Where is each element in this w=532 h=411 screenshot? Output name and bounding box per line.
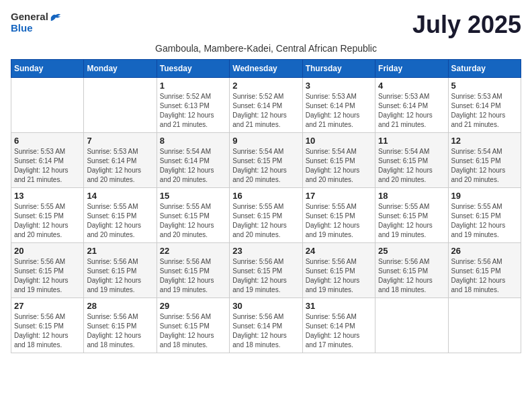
day-info: Sunrise: 5:54 AM Sunset: 6:15 PM Dayligh… (232, 147, 299, 185)
calendar-cell (448, 298, 521, 353)
calendar-cell (375, 298, 448, 353)
day-info: Sunrise: 5:55 AM Sunset: 6:15 PM Dayligh… (87, 202, 153, 240)
calendar-cell: 9Sunrise: 5:54 AM Sunset: 6:15 PM Daylig… (230, 133, 302, 188)
day-info: Sunrise: 5:56 AM Sunset: 6:14 PM Dayligh… (306, 312, 372, 350)
day-number: 2 (232, 81, 299, 91)
calendar-cell: 1Sunrise: 5:52 AM Sunset: 6:13 PM Daylig… (157, 78, 229, 133)
day-info: Sunrise: 5:54 AM Sunset: 6:15 PM Dayligh… (306, 147, 372, 185)
day-info: Sunrise: 5:56 AM Sunset: 6:15 PM Dayligh… (451, 257, 518, 295)
calendar-cell: 29Sunrise: 5:56 AM Sunset: 6:15 PM Dayli… (157, 298, 229, 353)
calendar-cell: 11Sunrise: 5:54 AM Sunset: 6:15 PM Dayli… (375, 133, 448, 188)
day-info: Sunrise: 5:55 AM Sunset: 6:15 PM Dayligh… (14, 202, 81, 240)
day-info: Sunrise: 5:55 AM Sunset: 6:15 PM Dayligh… (306, 202, 372, 240)
day-of-week-header: Thursday (302, 60, 375, 78)
day-number: 10 (306, 136, 372, 146)
calendar-cell: 24Sunrise: 5:56 AM Sunset: 6:15 PM Dayli… (302, 243, 375, 298)
month-title: July 2025 (412, 11, 521, 39)
calendar-cell: 21Sunrise: 5:56 AM Sunset: 6:15 PM Dayli… (84, 243, 157, 298)
calendar-cell (11, 78, 84, 133)
day-number: 15 (160, 191, 226, 201)
calendar-cell: 7Sunrise: 5:53 AM Sunset: 6:14 PM Daylig… (84, 133, 157, 188)
day-number: 14 (87, 191, 153, 201)
calendar-cell: 31Sunrise: 5:56 AM Sunset: 6:14 PM Dayli… (302, 298, 375, 353)
logo: General Blue (11, 11, 62, 34)
day-number: 18 (378, 191, 445, 201)
day-of-week-header: Saturday (448, 60, 521, 78)
calendar-cell: 25Sunrise: 5:56 AM Sunset: 6:15 PM Dayli… (375, 243, 448, 298)
calendar-cell: 2Sunrise: 5:52 AM Sunset: 6:14 PM Daylig… (230, 78, 302, 133)
day-info: Sunrise: 5:52 AM Sunset: 6:13 PM Dayligh… (160, 92, 226, 130)
day-number: 28 (87, 301, 153, 311)
day-number: 7 (87, 136, 153, 146)
day-info: Sunrise: 5:56 AM Sunset: 6:15 PM Dayligh… (160, 312, 226, 350)
day-info: Sunrise: 5:52 AM Sunset: 6:14 PM Dayligh… (232, 92, 299, 130)
calendar-cell: 18Sunrise: 5:55 AM Sunset: 6:15 PM Dayli… (375, 188, 448, 243)
day-info: Sunrise: 5:56 AM Sunset: 6:15 PM Dayligh… (14, 312, 81, 350)
day-info: Sunrise: 5:53 AM Sunset: 6:14 PM Dayligh… (14, 147, 81, 185)
day-number: 3 (306, 81, 372, 91)
day-number: 5 (451, 81, 518, 91)
day-number: 24 (306, 246, 372, 256)
calendar-cell: 17Sunrise: 5:55 AM Sunset: 6:15 PM Dayli… (302, 188, 375, 243)
day-of-week-header: Tuesday (157, 60, 229, 78)
day-info: Sunrise: 5:56 AM Sunset: 6:15 PM Dayligh… (14, 257, 81, 295)
day-info: Sunrise: 5:56 AM Sunset: 6:15 PM Dayligh… (232, 257, 299, 295)
calendar-cell: 22Sunrise: 5:56 AM Sunset: 6:15 PM Dayli… (157, 243, 229, 298)
day-info: Sunrise: 5:53 AM Sunset: 6:14 PM Dayligh… (451, 92, 518, 130)
calendar-cell: 14Sunrise: 5:55 AM Sunset: 6:15 PM Dayli… (84, 188, 157, 243)
calendar-cell: 5Sunrise: 5:53 AM Sunset: 6:14 PM Daylig… (448, 78, 521, 133)
calendar-cell: 4Sunrise: 5:53 AM Sunset: 6:14 PM Daylig… (375, 78, 448, 133)
calendar-cell (84, 78, 157, 133)
day-info: Sunrise: 5:54 AM Sunset: 6:14 PM Dayligh… (160, 147, 226, 185)
day-number: 4 (378, 81, 445, 91)
calendar-cell: 8Sunrise: 5:54 AM Sunset: 6:14 PM Daylig… (157, 133, 229, 188)
day-info: Sunrise: 5:56 AM Sunset: 6:15 PM Dayligh… (87, 257, 153, 295)
calendar-cell: 13Sunrise: 5:55 AM Sunset: 6:15 PM Dayli… (11, 188, 84, 243)
calendar-subtitle: Gamboula, Mambere-Kadei, Central African… (11, 43, 521, 54)
day-number: 29 (160, 301, 226, 311)
day-info: Sunrise: 5:53 AM Sunset: 6:14 PM Dayligh… (306, 92, 372, 130)
calendar-cell: 10Sunrise: 5:54 AM Sunset: 6:15 PM Dayli… (302, 133, 375, 188)
day-info: Sunrise: 5:56 AM Sunset: 6:15 PM Dayligh… (378, 257, 445, 295)
day-of-week-header: Friday (375, 60, 448, 78)
day-info: Sunrise: 5:56 AM Sunset: 6:15 PM Dayligh… (306, 257, 372, 295)
day-info: Sunrise: 5:55 AM Sunset: 6:15 PM Dayligh… (232, 202, 299, 240)
calendar-cell: 27Sunrise: 5:56 AM Sunset: 6:15 PM Dayli… (11, 298, 84, 353)
calendar-cell: 15Sunrise: 5:55 AM Sunset: 6:15 PM Dayli… (157, 188, 229, 243)
day-number: 23 (232, 246, 299, 256)
day-of-week-header: Monday (84, 60, 157, 78)
calendar-cell: 28Sunrise: 5:56 AM Sunset: 6:15 PM Dayli… (84, 298, 157, 353)
calendar-table: SundayMondayTuesdayWednesdayThursdayFrid… (11, 59, 521, 353)
calendar-cell: 30Sunrise: 5:56 AM Sunset: 6:14 PM Dayli… (230, 298, 302, 353)
day-info: Sunrise: 5:55 AM Sunset: 6:15 PM Dayligh… (451, 202, 518, 240)
day-number: 19 (451, 191, 518, 201)
day-number: 30 (232, 301, 299, 311)
day-info: Sunrise: 5:56 AM Sunset: 6:15 PM Dayligh… (87, 312, 153, 350)
day-number: 22 (160, 246, 226, 256)
day-info: Sunrise: 5:56 AM Sunset: 6:15 PM Dayligh… (160, 257, 226, 295)
day-info: Sunrise: 5:53 AM Sunset: 6:14 PM Dayligh… (378, 92, 445, 130)
calendar-cell: 6Sunrise: 5:53 AM Sunset: 6:14 PM Daylig… (11, 133, 84, 188)
logo-bird-icon (50, 12, 62, 21)
day-number: 6 (14, 136, 81, 146)
day-number: 27 (14, 301, 81, 311)
logo-general-text: General (11, 11, 48, 22)
day-number: 21 (87, 246, 153, 256)
day-info: Sunrise: 5:56 AM Sunset: 6:14 PM Dayligh… (232, 312, 299, 350)
calendar-cell: 19Sunrise: 5:55 AM Sunset: 6:15 PM Dayli… (448, 188, 521, 243)
day-info: Sunrise: 5:54 AM Sunset: 6:15 PM Dayligh… (378, 147, 445, 185)
day-number: 1 (160, 81, 226, 91)
day-info: Sunrise: 5:55 AM Sunset: 6:15 PM Dayligh… (378, 202, 445, 240)
day-of-week-header: Wednesday (230, 60, 302, 78)
day-of-week-header: Sunday (11, 60, 84, 78)
calendar-cell: 20Sunrise: 5:56 AM Sunset: 6:15 PM Dayli… (11, 243, 84, 298)
calendar-cell: 26Sunrise: 5:56 AM Sunset: 6:15 PM Dayli… (448, 243, 521, 298)
calendar-cell: 12Sunrise: 5:54 AM Sunset: 6:15 PM Dayli… (448, 133, 521, 188)
day-info: Sunrise: 5:55 AM Sunset: 6:15 PM Dayligh… (160, 202, 226, 240)
calendar-cell: 3Sunrise: 5:53 AM Sunset: 6:14 PM Daylig… (302, 78, 375, 133)
day-info: Sunrise: 5:53 AM Sunset: 6:14 PM Dayligh… (87, 147, 153, 185)
day-info: Sunrise: 5:54 AM Sunset: 6:15 PM Dayligh… (451, 147, 518, 185)
logo-blue-text: Blue (11, 22, 33, 34)
calendar-cell: 23Sunrise: 5:56 AM Sunset: 6:15 PM Dayli… (230, 243, 302, 298)
day-number: 31 (306, 301, 372, 311)
